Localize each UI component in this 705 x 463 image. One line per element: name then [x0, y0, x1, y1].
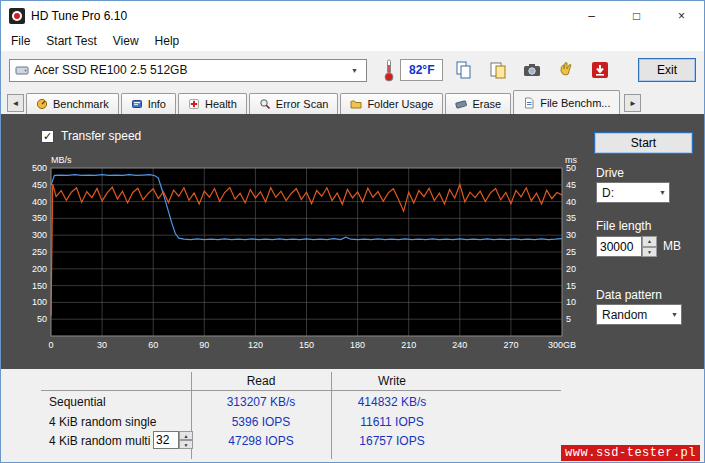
thermometer-icon: [383, 58, 395, 82]
drive-dropdown-value: D:: [602, 186, 656, 200]
random-single-read-value: 5396 IOPS: [191, 415, 331, 429]
tab-label: Erase: [472, 98, 501, 110]
svg-text:0: 0: [48, 340, 53, 350]
menu-help[interactable]: Help: [147, 32, 188, 50]
svg-text:210: 210: [401, 340, 416, 350]
results-panel: Read Write Sequential 313207 KB/s 414832…: [1, 369, 704, 463]
menu-view[interactable]: View: [105, 32, 147, 50]
transfer-speed-checkbox[interactable]: ✓: [41, 130, 54, 143]
tab-label: Health: [205, 98, 237, 110]
copy-to-clipboard-button[interactable]: [484, 57, 511, 83]
svg-text:30: 30: [566, 230, 576, 240]
sequential-read-value: 313207 KB/s: [191, 395, 331, 409]
data-pattern-value: Random: [602, 308, 668, 322]
svg-text:30: 30: [97, 340, 107, 350]
file-length-input[interactable]: [596, 236, 642, 257]
temperature-value: 82°F: [400, 59, 443, 81]
table-divider: [41, 390, 561, 391]
erase-icon: [455, 98, 467, 110]
minimize-button[interactable]: –: [569, 1, 614, 30]
clipboard-icon: [488, 60, 508, 80]
file-length-spinner: ▲ ▼: [642, 236, 657, 257]
info-icon: [131, 98, 143, 110]
spin-up-icon[interactable]: ▲: [642, 236, 657, 247]
titlebar: HD Tune Pro 6.10 – □ ×: [1, 1, 704, 30]
menu-file[interactable]: File: [3, 32, 38, 50]
svg-text:200: 200: [32, 264, 47, 274]
drive-select-value: Acer SSD RE100 2.5 512GB: [34, 63, 348, 77]
random-single-write-value: 11611 IOPS: [331, 415, 453, 429]
svg-text:35: 35: [566, 213, 576, 223]
svg-text:500: 500: [32, 163, 47, 173]
queue-depth-input[interactable]: [153, 431, 179, 449]
sequential-write-value: 414832 KB/s: [331, 395, 453, 409]
tab-label: Folder Usage: [367, 98, 433, 110]
drive-select[interactable]: Acer SSD RE100 2.5 512GB ▼: [9, 59, 367, 82]
menu-start-test[interactable]: Start Test: [38, 32, 104, 50]
chevron-down-icon: ▼: [348, 67, 361, 74]
svg-text:270: 270: [503, 340, 518, 350]
svg-text:MB/s: MB/s: [51, 155, 72, 165]
row-label-random-single: 4 KiB random single: [49, 415, 156, 429]
svg-text:20: 20: [566, 264, 576, 274]
svg-text:240: 240: [452, 340, 467, 350]
file-length-label: File length: [596, 219, 651, 233]
svg-text:450: 450: [32, 180, 47, 190]
svg-text:25: 25: [566, 247, 576, 257]
maximize-button[interactable]: □: [614, 1, 659, 30]
start-button[interactable]: Start: [594, 132, 693, 154]
tab-benchmark[interactable]: Benchmark: [26, 93, 119, 114]
exit-button[interactable]: Exit: [638, 58, 696, 82]
tab-info[interactable]: Info: [121, 93, 176, 114]
download-icon: [590, 60, 610, 80]
transfer-speed-chart: 5010015020025030035040045050051015202530…: [15, 154, 590, 356]
svg-text:90: 90: [199, 340, 209, 350]
benchmark-panel: ✓ Transfer speed 50100150200250300350400…: [1, 114, 704, 369]
chevron-down-icon: ▼: [668, 311, 681, 318]
data-pattern-dropdown[interactable]: Random ▼: [596, 304, 682, 325]
close-button[interactable]: ×: [659, 1, 704, 30]
drive-label: Drive: [596, 166, 624, 180]
svg-text:ms: ms: [565, 155, 577, 165]
hd-tune-window: HD Tune Pro 6.10 – □ × File Start Test V…: [0, 0, 705, 463]
toolbar: Acer SSD RE100 2.5 512GB ▼ 82°F: [1, 51, 704, 89]
window-controls: – □ ×: [569, 1, 704, 30]
save-button[interactable]: [586, 57, 613, 83]
svg-text:100: 100: [32, 297, 47, 307]
donate-button[interactable]: [552, 57, 579, 83]
transfer-speed-label: Transfer speed: [61, 129, 141, 143]
tab-erase[interactable]: Erase: [445, 93, 511, 114]
svg-text:50: 50: [37, 314, 47, 324]
tab-label: File Benchm...: [540, 97, 610, 109]
copy-button[interactable]: [450, 57, 477, 83]
random-multi-write-value: 16757 IOPS: [331, 434, 453, 448]
error-scan-icon: [259, 98, 271, 110]
tab-scroll-left-icon[interactable]: ◄: [7, 94, 24, 112]
file-icon: [523, 97, 535, 109]
svg-text:400: 400: [32, 197, 47, 207]
svg-text:300: 300: [32, 230, 47, 240]
menubar: File Start Test View Help: [1, 30, 704, 51]
svg-text:180: 180: [350, 340, 365, 350]
tab-file-benchmark[interactable]: File Benchm...: [513, 90, 620, 114]
hand-icon: [556, 60, 576, 80]
chevron-down-icon: ▼: [656, 189, 669, 196]
drive-dropdown[interactable]: D: ▼: [596, 182, 670, 203]
screenshot-button[interactable]: [518, 57, 545, 83]
watermark: www.ssd-tester.pl: [561, 445, 700, 461]
tab-health[interactable]: Health: [178, 93, 247, 114]
svg-text:150: 150: [32, 281, 47, 291]
tab-folder-usage[interactable]: Folder Usage: [340, 93, 443, 114]
tabbar: ◄ Benchmark Info Health: [1, 89, 704, 114]
tab-error-scan[interactable]: Error Scan: [249, 93, 339, 114]
tab-scroll-right-icon[interactable]: ►: [624, 94, 641, 112]
read-column-header: Read: [191, 374, 331, 388]
temperature-indicator: 82°F: [383, 58, 443, 82]
spin-down-icon[interactable]: ▼: [642, 247, 657, 258]
svg-text:5: 5: [566, 314, 571, 324]
svg-text:40: 40: [566, 197, 576, 207]
tab-label: Info: [148, 98, 166, 110]
health-icon: [188, 98, 200, 110]
svg-text:350: 350: [32, 213, 47, 223]
benchmark-icon: [36, 98, 48, 110]
